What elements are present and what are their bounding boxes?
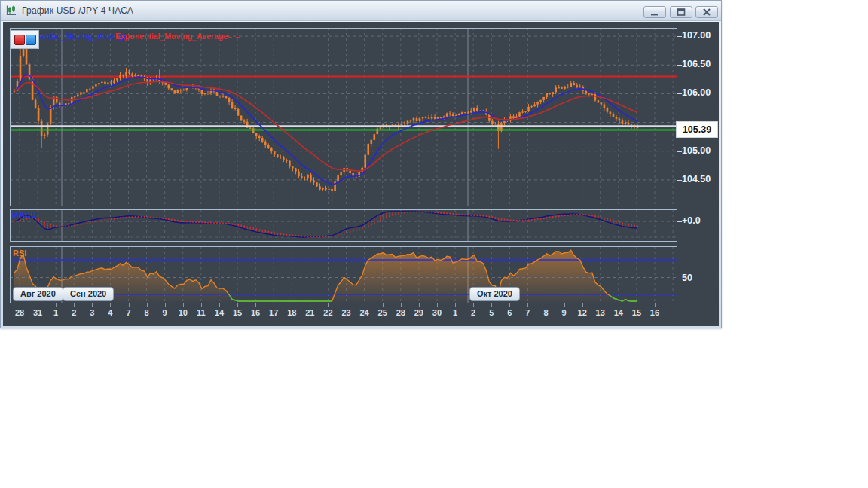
time-axis-label: 2	[471, 308, 475, 317]
time-axis-tick	[237, 303, 238, 307]
candlestick-chart-icon	[5, 5, 17, 17]
time-axis-label: 7	[126, 308, 130, 317]
legend-red-line-sample	[219, 37, 240, 38]
time-axis-tick	[274, 303, 274, 307]
time-axis-label: 16	[650, 308, 659, 317]
macd-axis-value: +0.0	[682, 215, 718, 226]
time-axis-tick	[183, 303, 184, 307]
time-axis-label: 22	[323, 308, 332, 317]
restore-icon	[677, 8, 686, 16]
time-axis-tick	[20, 303, 20, 307]
time-axis-label: 29	[414, 308, 423, 317]
window-title: График USD /JPY 4 ЧАСА	[22, 5, 133, 16]
time-axis-label: 23	[341, 308, 350, 317]
time-axis-label: 24	[360, 308, 369, 317]
time-axis-label: 21	[305, 308, 314, 317]
blue-indicator-button[interactable]	[26, 35, 36, 45]
legend-ema-red: Exponential_Moving_Average	[115, 32, 228, 41]
time-axis-tick	[219, 303, 220, 307]
macd-label: MACD	[12, 210, 37, 219]
time-axis-tick	[401, 303, 402, 307]
title-bar[interactable]: График USD /JPY 4 ЧАСА	[1, 1, 721, 21]
time-axis-tick	[56, 303, 57, 307]
time-axis-tick	[147, 303, 148, 307]
time-axis-tick	[38, 303, 38, 307]
rsi-50-tick	[677, 279, 682, 279]
time-axis-label: 2	[72, 308, 76, 317]
close-button[interactable]	[695, 6, 718, 18]
time-axis-tick	[582, 303, 583, 307]
time-axis-label: 8	[543, 308, 548, 317]
price-axis-label: 107.00	[682, 30, 718, 41]
time-axis-label: 14	[614, 308, 623, 317]
time-axis-label: 1	[53, 308, 58, 317]
time-axis-tick	[619, 303, 619, 307]
month-label-sep[interactable]: Сен 2020	[63, 287, 114, 301]
time-axis-tick	[564, 303, 565, 307]
rsi-axis-value: 50	[682, 273, 718, 283]
time-axis-tick	[437, 303, 438, 307]
time-axis-tick	[255, 303, 256, 307]
time-axis-tick	[110, 303, 111, 307]
minimize-icon	[650, 8, 659, 16]
time-axis-label: 30	[432, 308, 442, 317]
time-axis-tick	[365, 303, 365, 307]
indicator-button-panel	[11, 30, 39, 49]
rsi-label: RSI	[13, 249, 26, 258]
time-axis-tick	[455, 303, 456, 307]
red-indicator-button[interactable]	[14, 35, 25, 45]
time-axis-tick	[165, 303, 166, 307]
time-axis-tick	[473, 303, 474, 307]
time-axis-label: 8	[145, 308, 149, 317]
time-axis-label: 18	[287, 308, 296, 317]
time-axis-tick	[328, 303, 329, 307]
price-axis-label: 106.00	[682, 87, 718, 98]
time-axis-label: 14	[215, 308, 224, 317]
macd-panel[interactable]	[10, 209, 677, 242]
time-axis-label: 28	[15, 308, 24, 317]
time-axis-label: 6	[507, 308, 512, 317]
chart-window: График USD /JPY 4 ЧАСА Exponential_Movin…	[0, 0, 722, 328]
time-axis-label: 3	[90, 308, 94, 317]
time-axis-tick	[419, 303, 420, 307]
price-axis-label: 105.00	[682, 145, 718, 156]
time-axis-tick	[92, 303, 93, 307]
time-axis-label: 31	[33, 308, 42, 317]
current-price-badge: 105.39	[676, 121, 718, 138]
time-axis-label: 5	[489, 308, 494, 317]
time-axis-label: 7	[525, 308, 530, 317]
time-axis-label: 15	[632, 308, 641, 317]
time-axis-tick	[637, 303, 637, 307]
time-axis-label: 11	[197, 308, 206, 317]
chart-client-area: Exponential_Moving_Average Exponential_M…	[3, 22, 719, 326]
price-axis-label: 104.50	[682, 174, 718, 185]
time-axis-label: 25	[378, 308, 387, 317]
time-axis-tick	[527, 303, 528, 307]
time-axis-label: 10	[179, 308, 188, 317]
time-axis-tick	[383, 303, 384, 307]
close-icon	[702, 8, 711, 16]
time-axis-tick	[310, 303, 310, 307]
minimize-button[interactable]	[643, 6, 666, 18]
macd-zero-tick	[677, 221, 682, 222]
time-axis-tick	[655, 303, 656, 307]
time-axis-label: 12	[578, 308, 587, 317]
time-axis-tick	[509, 303, 510, 307]
time-axis-label: 16	[251, 308, 260, 317]
time-axis-label: 4	[108, 308, 112, 317]
time-axis-tick	[292, 303, 292, 307]
time-axis-tick	[347, 303, 347, 307]
restore-button[interactable]	[670, 6, 692, 18]
time-axis-label: 17	[269, 308, 278, 317]
price-chart-panel[interactable]	[10, 28, 677, 206]
time-axis-tick	[201, 303, 202, 307]
time-axis-label: 13	[596, 308, 605, 317]
time-axis-tick	[601, 303, 601, 307]
time-axis-tick	[491, 303, 492, 307]
time-axis-label: 9	[562, 308, 567, 317]
time-axis-label: 28	[396, 308, 405, 317]
month-label-aug[interactable]: Авг 2020	[13, 287, 63, 301]
time-axis-label: 9	[163, 308, 167, 317]
time-axis-tick	[546, 303, 546, 307]
month-label-oct[interactable]: Окт 2020	[469, 287, 520, 301]
